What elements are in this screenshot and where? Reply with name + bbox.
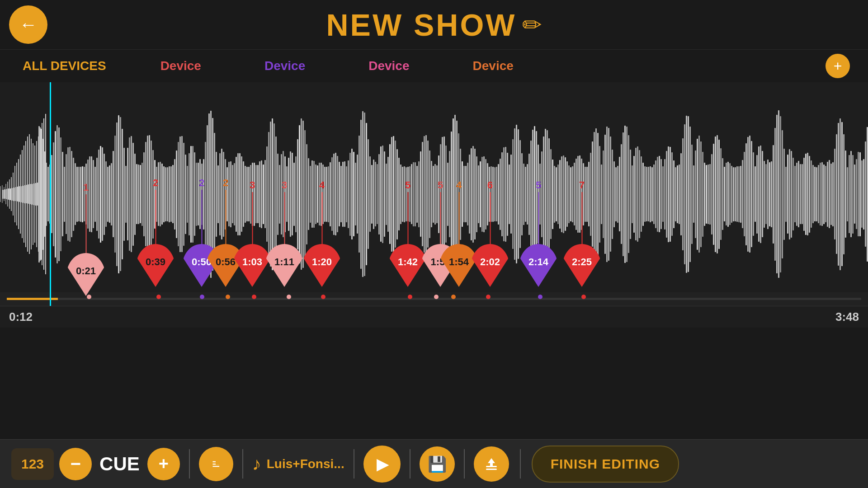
back-button[interactable]: ← [9,5,47,44]
waveform-area: 1 0:21 2 0:39 2 0:50 2 [0,82,868,306]
export-button[interactable] [474,446,509,482]
svg-rect-26 [486,466,497,467]
tab-device-3[interactable]: Device [350,54,427,78]
finish-editing-button[interactable]: FINISH EDITING [532,446,679,483]
playhead [50,82,51,306]
play-button[interactable]: ▶ [363,446,401,483]
mini-timeline [0,292,868,306]
divider-4 [410,449,410,479]
divider-3 [354,449,354,479]
cue-marker-2[interactable]: 2 0:39 [137,177,175,287]
cue-marker-11[interactable]: 6 2:02 [471,179,509,287]
list-button[interactable]: ≡ [199,447,233,481]
cue-number-badge: 123 [11,448,54,480]
cue-marker-13[interactable]: 7 2:25 [563,179,601,287]
edit-icon: ✏ [522,11,542,38]
song-info: ♪ Luis+Fonsi... [252,454,344,474]
device-tabs: ALL DEVICES Device Device Device Device … [0,50,868,82]
header: ← NEW SHOW ✏ [0,0,868,50]
time-end: 3:48 [835,310,859,324]
time-labels: 0:12 3:48 [0,306,868,328]
svg-marker-28 [488,458,495,466]
cue-marker-12[interactable]: 5 2:14 [519,179,558,287]
page-title: NEW SHOW [326,7,516,42]
minus-button[interactable]: − [59,448,92,480]
tab-device-1[interactable]: Device [142,54,219,78]
divider-5 [464,449,465,479]
cue-marker-6[interactable]: 3 1:11 [265,179,304,287]
cue-marker-1[interactable]: 1 0:21 [67,182,105,296]
plus-button[interactable]: + [147,448,180,480]
svg-rect-27 [486,469,497,470]
music-note-icon: ♪ [252,454,261,474]
tab-device-2[interactable]: Device [246,54,323,78]
add-device-button[interactable]: + [826,54,850,78]
tab-device-4[interactable]: Device [455,54,532,78]
divider-1 [189,449,190,479]
toolbar: 123 − CUE + ≡ ♪ Luis+Fonsi... ▶ [0,439,868,488]
save-button[interactable]: 💾 [420,446,455,482]
tab-all-devices[interactable]: ALL DEVICES [14,54,115,78]
song-name: Luis+Fonsi... [267,457,344,471]
cue-marker-7[interactable]: 4 1:20 [303,179,341,287]
divider-2 [242,449,243,479]
cue-text-label: CUE [99,453,140,475]
divider-6 [520,449,521,479]
time-start: 0:12 [9,310,33,324]
